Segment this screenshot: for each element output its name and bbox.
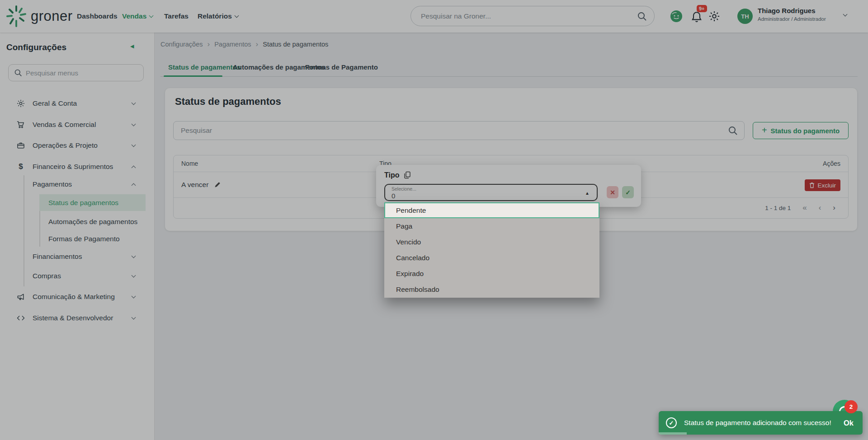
next-page-icon[interactable]: › — [833, 203, 835, 212]
sidebar-search-input[interactable] — [26, 69, 139, 77]
sidebar-item-compras[interactable]: Compras — [0, 266, 155, 286]
global-search-input[interactable] — [421, 12, 637, 20]
groner-starburst-icon — [6, 5, 26, 27]
sidebar-collapse-icon[interactable]: ◀ — [130, 43, 134, 49]
sidebar-item-status-de-pagamentos[interactable]: Status de pagamentos — [39, 194, 146, 211]
dollar-icon: $ — [15, 162, 26, 171]
sidebar-item-comunicacao-marketing[interactable]: Comunicação & Marketing — [0, 286, 155, 307]
table-search[interactable] — [173, 121, 745, 140]
breadcrumb-separator-icon: › — [256, 40, 259, 49]
user-info[interactable]: Thiago Rodrigues Administrador / Adminis… — [758, 7, 826, 22]
check-circle-icon: ✓ — [666, 417, 677, 428]
row-nome-cell: A vencer — [181, 181, 221, 189]
nav-relatorios[interactable]: Relatórios — [198, 0, 238, 33]
option-expirado[interactable]: Expirado — [384, 266, 599, 281]
assistant-icon[interactable] — [670, 10, 683, 23]
chevron-down-icon — [132, 122, 136, 126]
cancel-edit-button[interactable]: ✕ — [607, 186, 618, 198]
breadcrumb-status-de-pagamentos: Status de pagamentos — [263, 41, 328, 48]
add-status-button[interactable]: + Status do pagamento — [753, 122, 849, 139]
previous-page-icon[interactable]: ‹ — [819, 203, 821, 212]
notifications-badge: 9+ — [697, 5, 707, 12]
chevron-down-icon — [132, 273, 136, 278]
delete-button[interactable]: Excluir — [805, 179, 840, 191]
select-value: 0 — [392, 192, 590, 200]
option-reembolsado[interactable]: Reembolsado — [384, 281, 599, 297]
chevron-down-icon — [132, 254, 136, 258]
settings-sidebar: Configurações ◀ Geral & Conta Vendas & C… — [0, 33, 155, 440]
top-navbar: groner Dashboards Vendas Tarefas Relatór… — [0, 0, 868, 33]
chevron-down-icon — [234, 14, 239, 18]
user-menu-chevron-icon[interactable] — [843, 12, 848, 17]
user-avatar[interactable]: TH — [737, 9, 753, 24]
page-title: Status de pagamentos — [175, 96, 281, 108]
active-tab-indicator — [164, 75, 222, 77]
toast-ok-button[interactable]: Ok — [844, 419, 854, 427]
breadcrumb-separator-icon: › — [208, 40, 210, 49]
sidebar-item-operacoes-projeto[interactable]: Operações & Projeto — [0, 135, 155, 156]
sidebar-item-pagamentos[interactable]: Pagamentos — [0, 174, 155, 195]
option-pendente[interactable]: Pendente — [384, 202, 599, 218]
column-header-nome: Nome — [181, 160, 198, 167]
select-floating-label: Selecione... — [392, 186, 590, 192]
search-icon — [637, 11, 647, 21]
edit-pencil-icon[interactable] — [214, 181, 221, 188]
confirm-edit-button[interactable]: ✓ — [622, 186, 634, 198]
tab-status-de-pagamentos[interactable]: Status de pagamentos — [168, 58, 241, 76]
chat-unread-badge: 2 — [844, 400, 858, 413]
sidebar-item-geral-conta[interactable]: Geral & Conta — [0, 93, 155, 114]
trash-icon — [809, 182, 815, 188]
tipo-select[interactable]: Selecione... 0 ▲ — [384, 184, 598, 201]
option-paga[interactable]: Paga — [384, 218, 599, 234]
notifications-bell-icon[interactable] — [691, 11, 703, 23]
tipo-edit-popup: Tipo Selecione... 0 ▲ ✕ ✓ — [376, 165, 641, 207]
user-name: Thiago Rodrigues — [758, 7, 826, 14]
user-role: Administrador / Administrador — [758, 16, 826, 22]
brand-name: groner — [31, 8, 73, 24]
tipo-options-listbox: Pendente Paga Vencido Cancelado Expirado… — [384, 202, 599, 298]
success-toast: ✓ Status de pagamento adicionado com suc… — [659, 411, 863, 435]
chevron-up-icon — [132, 165, 136, 170]
chevron-down-icon — [132, 101, 136, 105]
sidebar-item-formas-de-pagamento[interactable]: Formas de Pagamento — [48, 235, 120, 243]
nav-dashboards[interactable]: Dashboards — [77, 0, 118, 33]
search-icon — [14, 69, 22, 77]
megaphone-icon — [15, 292, 26, 301]
global-search[interactable] — [410, 6, 655, 26]
chevron-down-icon — [132, 143, 136, 147]
briefcase-icon — [15, 141, 26, 150]
sidebar-item-vendas-comercial[interactable]: Vendas & Comercial — [0, 114, 155, 135]
option-vencido[interactable]: Vencido — [384, 234, 599, 250]
chevron-up-icon — [132, 183, 136, 187]
chevron-down-icon — [149, 14, 154, 18]
select-collapse-icon[interactable]: ▲ — [585, 191, 590, 196]
option-cancelado[interactable]: Cancelado — [384, 250, 599, 266]
nav-tarefas[interactable]: Tarefas — [164, 0, 189, 33]
settings-gear-icon[interactable] — [708, 10, 721, 23]
breadcrumb-configuracoes[interactable]: Configurações — [160, 41, 203, 48]
pagination-label: 1 - 1 de 1 — [765, 205, 791, 211]
tab-formas-de-pagamento[interactable]: Formas de Pagamento — [305, 58, 378, 76]
popup-field-label: Tipo — [384, 171, 411, 179]
sidebar-item-financiamentos[interactable]: Financiamentos — [0, 246, 155, 267]
sidebar-item-sistema-desenvolvedor[interactable]: Sistema & Desenvolvedor — [0, 308, 155, 328]
breadcrumb-pagamentos[interactable]: Pagamentos — [214, 41, 251, 48]
toast-progress-bar — [659, 432, 687, 435]
breadcrumb: Configurações › Pagamentos › Status de p… — [160, 40, 328, 49]
nav-vendas[interactable]: Vendas — [122, 0, 153, 33]
column-header-acoes: Ações — [823, 160, 840, 167]
plus-icon: + — [762, 125, 767, 136]
tab-bar: Status de pagamentos Automações de pagam… — [160, 58, 858, 77]
sidebar-search[interactable] — [8, 64, 144, 81]
cart-icon — [15, 120, 26, 129]
chevron-down-icon — [132, 294, 136, 299]
search-icon — [728, 126, 738, 136]
first-page-icon[interactable]: « — [802, 203, 807, 212]
code-icon — [15, 314, 26, 323]
sidebar-title: Configurações — [6, 42, 66, 52]
brand-logo[interactable]: groner — [6, 5, 73, 27]
chevron-down-icon — [132, 315, 136, 320]
sidebar-item-automacoes-de-pagamentos[interactable]: Automações de pagamentos — [48, 218, 137, 226]
copy-icon[interactable] — [404, 171, 411, 179]
table-search-input[interactable] — [181, 126, 728, 135]
